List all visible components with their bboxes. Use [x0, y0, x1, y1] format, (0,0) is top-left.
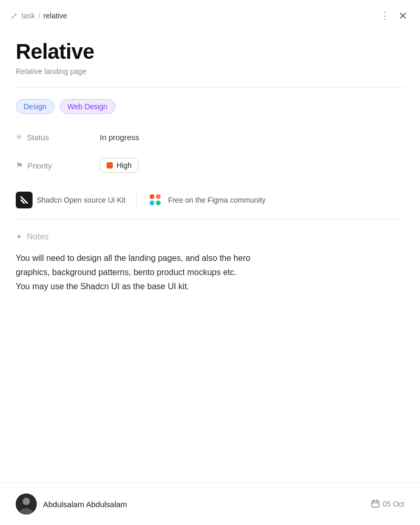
figma-label: Free on the Figma community: [168, 196, 266, 204]
more-menu-icon[interactable]: ⋮: [380, 10, 390, 22]
notes-icon: ✦: [16, 232, 23, 242]
calendar-icon: [371, 499, 380, 509]
notes-label: Notes: [27, 232, 49, 242]
expand-icon[interactable]: ⤢: [10, 11, 17, 21]
task-title: Relative: [16, 40, 404, 63]
priority-badge[interactable]: High: [100, 158, 139, 173]
footer-date: 05 Oct: [371, 499, 404, 509]
notes-line-2: graphics, background patterns, bento pro…: [16, 265, 404, 279]
author-name: Abdulsalam Abdulsalam: [43, 500, 127, 509]
notes-content: You will need to design all the landing …: [16, 251, 404, 294]
resource-separator: [136, 194, 136, 206]
priority-value: High: [117, 161, 132, 170]
notes-line-1: You will need to design all the landing …: [16, 251, 404, 265]
notes-header: ✦ Notes: [16, 232, 404, 242]
svg-rect-5: [372, 501, 379, 507]
divider-2: [16, 219, 404, 219]
figma-icon: [147, 192, 164, 208]
priority-dot: [107, 162, 113, 169]
divider-1: [16, 87, 404, 88]
header-left: ⤢ task / relative: [10, 11, 67, 21]
status-label-group: ✳ Status: [16, 132, 100, 142]
status-field: ✳ Status In progress: [16, 128, 404, 146]
close-icon[interactable]: ✕: [398, 9, 407, 22]
tag-design[interactable]: Design: [16, 99, 55, 114]
svg-point-3: [23, 498, 30, 505]
status-value[interactable]: In progress: [100, 133, 139, 142]
breadcrumb-separator: /: [38, 12, 40, 20]
svg-line-0: [21, 197, 27, 203]
resources-row: Shadcn Open source Ui Kit Free on the Fi…: [16, 184, 404, 216]
tags-container: Design Web Design: [16, 99, 404, 114]
shadcn-label: Shadcn Open source Ui Kit: [37, 196, 125, 204]
status-label: Status: [27, 133, 49, 142]
resource-figma[interactable]: Free on the Figma community: [147, 192, 266, 208]
resource-shadcn[interactable]: Shadcn Open source Ui Kit: [16, 192, 125, 208]
task-subtitle: Relative landing page: [16, 67, 404, 76]
priority-label: Priority: [27, 161, 52, 170]
shadcn-icon: [16, 192, 33, 208]
header-right: ⋮ ✕: [380, 9, 407, 22]
breadcrumb-current: relative: [44, 12, 67, 20]
breadcrumb: task / relative: [22, 12, 67, 20]
main-content: Relative Relative landing page Design We…: [0, 29, 420, 294]
notes-line-3: You may use the Shadcn UI as the base UI…: [16, 279, 404, 293]
author: Abdulsalam Abdulsalam: [16, 494, 127, 514]
status-icon: ✳: [16, 132, 23, 142]
tag-webdesign[interactable]: Web Design: [60, 99, 116, 114]
priority-label-group: ⚑ Priority: [16, 161, 100, 171]
breadcrumb-task[interactable]: task: [22, 12, 35, 20]
priority-icon: ⚑: [16, 161, 23, 171]
footer: Abdulsalam Abdulsalam 05 Oct: [0, 482, 420, 525]
priority-field: ⚑ Priority High: [16, 156, 404, 175]
svg-line-1: [21, 200, 24, 203]
date-value: 05 Oct: [383, 500, 404, 508]
header: ⤢ task / relative ⋮ ✕: [0, 0, 420, 29]
avatar: [16, 494, 37, 514]
